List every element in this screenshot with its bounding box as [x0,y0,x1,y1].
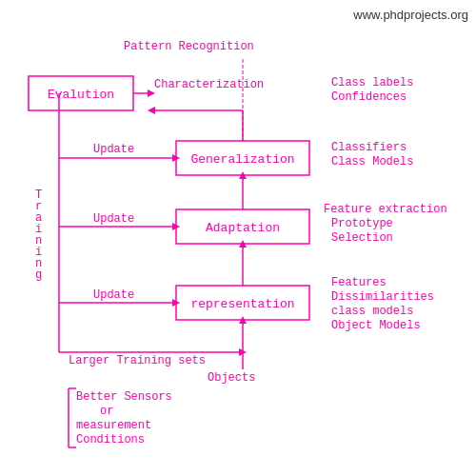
representation-label: representation [190,297,294,311]
class-models-text: Class Models [331,155,413,169]
evalution-label: Evalution [48,88,114,102]
prototype-text: Prototype [331,217,393,230]
larger-training-text: Larger Training sets [69,354,206,367]
confidences-text: Confidences [331,90,407,104]
update1-text: Update [93,143,134,156]
features-text: Features [331,276,387,289]
conditions-text: Conditions [76,433,145,446]
gen-to-eval-arrowhead [148,107,155,114]
pattern-recognition-text: Pattern Recognition [124,40,254,53]
classifiers-text: Classifiers [331,141,407,154]
objects-text: Objects [208,371,255,385]
selection-text: Selection [331,231,393,245]
class-models2-text: class models [331,305,413,318]
or-text: or [100,405,113,418]
better-sensors-text: Better Sensors [76,390,172,404]
characterization-text: Characterization [154,78,264,91]
class-labels-text: Class labels [331,76,413,89]
update3-text: Update [93,288,134,302]
measurement-text: measurement [76,419,151,432]
update2-text: Update [93,212,134,226]
object-models-text: Object Models [331,319,421,332]
feature-extraction-text: Feature extraction [324,203,447,216]
adaptation-label: Adaptation [206,221,280,235]
generalization-label: Generalization [190,152,294,167]
training-g: g [35,268,42,282]
dissimilarities-text: Dissimilarities [331,290,434,304]
diagram-svg: Evalution Generalization Adaptation repr… [0,0,476,476]
